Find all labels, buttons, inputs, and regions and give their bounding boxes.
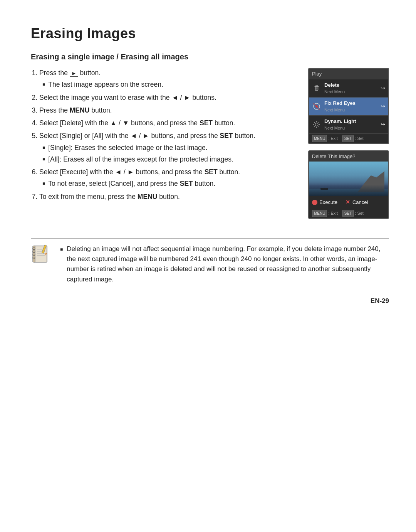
play-menu-footer: MENU : Exit SET : Set <box>309 134 388 143</box>
footer-delete-exit: MENU : Exit <box>312 210 338 217</box>
step-2: Select the image you want to erase with … <box>39 93 297 103</box>
redeye-item-sub: Next Menu <box>324 107 377 113</box>
step-2-text: Select the image you want to erase with … <box>39 94 216 101</box>
step-7: To exit from the menu, press the MENU bu… <box>39 192 297 202</box>
step-1-text: Press the ► button. <box>39 69 101 77</box>
step-6-bullet-1: To not erase, select [Cancel], and press… <box>42 178 297 189</box>
dynlight-item-sub: Next Menu <box>324 125 377 131</box>
svg-line-14 <box>314 122 315 123</box>
menu-key-badge: MENU <box>312 135 327 142</box>
step-3: Press the MENU button. <box>39 105 297 115</box>
footer-set: SET : Set <box>342 135 364 142</box>
delete-item-title: Delete <box>324 81 377 89</box>
screenshots-section: Play Delete Next Menu <box>308 68 389 219</box>
step-4: Select [Delete] with the ▲ / ▼ buttons, … <box>39 118 297 128</box>
redeye-icon <box>312 102 321 111</box>
delete-item-sub: Next Menu <box>324 89 377 95</box>
sun-icon <box>312 120 321 129</box>
step-6-text: Select [Execute] with the ◄ / ► buttons,… <box>39 168 240 176</box>
instructions-section: Press the ► button. The last image appea… <box>31 68 297 205</box>
step-1: Press the ► button. The last image appea… <box>39 68 297 90</box>
dynlight-arrow-icon: ↪ <box>381 120 385 128</box>
menu-item-delete: Delete Next Menu ↪ <box>309 79 388 98</box>
svg-point-9 <box>315 123 318 126</box>
dynlight-item-text: Dynam. Light Next Menu <box>324 118 377 131</box>
execute-dot-icon <box>312 200 317 205</box>
menu-key-badge-2: MENU <box>312 210 327 217</box>
note-content: Deleting an image will not affect sequen… <box>67 244 389 285</box>
redeye-item-title: Fix Red Eyes <box>324 99 377 107</box>
play-menu-screen: Play Delete Next Menu <box>308 68 389 144</box>
step-5-bullet-1-text: [Single]: Erases the selected image or t… <box>48 143 207 153</box>
step-6: Select [Execute] with the ◄ / ► buttons,… <box>39 167 297 189</box>
page-title: Erasing Images <box>31 23 389 44</box>
footer-delete-set: SET : Set <box>342 210 364 217</box>
svg-line-16 <box>319 122 319 123</box>
step-5: Select [Single] or [All] with the ◄ / ► … <box>39 131 297 164</box>
execute-label: Execute <box>319 199 337 206</box>
dynlight-item-title: Dynam. Light <box>324 118 377 125</box>
step-3-text: Press the MENU button. <box>39 106 112 114</box>
step-5-text: Select [Single] or [All] with the ◄ / ► … <box>39 132 255 140</box>
step-7-text: To exit from the menu, press the MENU bu… <box>39 193 180 200</box>
delete-dialog-screen: Delete This Image? Execute ✕ Cancel <box>308 150 389 219</box>
delete-arrow-icon: ↪ <box>381 84 385 92</box>
menu-item-dynlight: Dynam. Light Next Menu ↪ <box>309 116 388 134</box>
step-1-bullet-1-text: The last image appears on the screen. <box>48 79 163 89</box>
delete-dialog-footer: MENU : Exit SET : Set <box>309 209 388 218</box>
footer-menu-exit: MENU : Exit <box>312 135 338 142</box>
menu-item-redeye: Fix Red Eyes Next Menu ↪ <box>309 98 388 116</box>
section-subtitle: Erasing a single image / Erasing all ima… <box>31 51 389 62</box>
step-5-bullet-1: [Single]: Erases the selected image or t… <box>42 143 297 153</box>
cancel-label: Cancel <box>352 199 368 206</box>
svg-line-15 <box>319 126 319 127</box>
note-section: Deleting an image will not affect sequen… <box>31 238 389 285</box>
set-key-badge-2: SET <box>342 210 354 217</box>
delete-dialog-header: Delete This Image? <box>309 151 388 162</box>
cancel-x-icon: ✕ <box>345 200 351 205</box>
note-text: Deleting an image will not affect sequen… <box>60 244 389 285</box>
execute-button: Execute <box>312 199 337 206</box>
water-element <box>309 189 388 196</box>
redeye-item-text: Fix Red Eyes Next Menu <box>324 99 377 113</box>
step-1-bullet-1: The last image appears on the screen. <box>42 79 297 89</box>
step-4-text: Select [Delete] with the ▲ / ▼ buttons, … <box>39 119 235 127</box>
trash-icon <box>312 84 321 93</box>
image-preview <box>309 162 388 196</box>
page-number: EN-29 <box>31 296 389 306</box>
delete-item-text: Delete Next Menu <box>324 81 377 95</box>
svg-rect-2 <box>315 85 317 86</box>
note-divider <box>31 238 389 239</box>
cancel-button: ✕ Cancel <box>345 199 368 206</box>
delete-dialog-buttons: Execute ✕ Cancel <box>309 196 388 209</box>
step-6-bullet-1-text: To not erase, select [Cancel], and press… <box>48 178 215 189</box>
svg-line-17 <box>314 126 315 127</box>
play-menu-header: Play <box>309 69 388 79</box>
boat-element <box>320 188 328 190</box>
note-icon <box>31 244 54 267</box>
steps-list: Press the ► button. The last image appea… <box>31 68 297 202</box>
set-key-badge: SET <box>342 135 354 142</box>
step-5-bullet-2-text: [All]: Erases all of the images except f… <box>48 154 233 164</box>
cliff-element <box>357 171 384 192</box>
redeye-arrow-icon: ↪ <box>381 102 385 110</box>
step-5-bullet-2: [All]: Erases all of the images except f… <box>42 154 297 164</box>
